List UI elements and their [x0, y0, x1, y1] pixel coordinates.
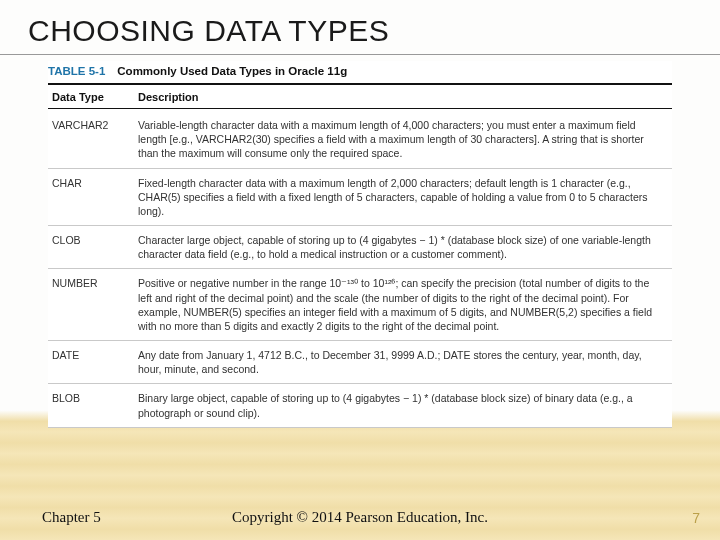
header-description: Description: [134, 85, 672, 109]
table-number: TABLE 5-1: [48, 65, 105, 77]
cell-data-type: DATE: [48, 341, 134, 384]
cell-data-type: NUMBER: [48, 269, 134, 341]
cell-data-type: BLOB: [48, 384, 134, 427]
cell-data-type: CLOB: [48, 226, 134, 269]
cell-description: Binary large object, capable of storing …: [134, 384, 672, 427]
slide-title: CHOOSING DATA TYPES: [0, 0, 720, 55]
table-title: Commonly Used Data Types in Oracle 11g: [117, 65, 347, 77]
cell-description: Positive or negative number in the range…: [134, 269, 672, 341]
cell-description: Any date from January 1, 4712 B.C., to D…: [134, 341, 672, 384]
data-types-table: Data Type Description VARCHAR2 Variable-…: [48, 85, 672, 428]
cell-data-type: CHAR: [48, 168, 134, 226]
cell-description: Character large object, capable of stori…: [134, 226, 672, 269]
table-row: VARCHAR2 Variable-length character data …: [48, 109, 672, 169]
cell-description: Fixed-length character data with a maxim…: [134, 168, 672, 226]
cell-data-type: VARCHAR2: [48, 109, 134, 169]
table-row: NUMBER Positive or negative number in th…: [48, 269, 672, 341]
table-caption: TABLE 5-1 Commonly Used Data Types in Or…: [48, 61, 672, 85]
footer-page-number: 7: [692, 510, 700, 526]
table-row: DATE Any date from January 1, 4712 B.C.,…: [48, 341, 672, 384]
data-types-table-container: TABLE 5-1 Commonly Used Data Types in Or…: [48, 61, 672, 428]
table-header-row: Data Type Description: [48, 85, 672, 109]
footer-copyright: Copyright © 2014 Pearson Education, Inc.: [0, 509, 720, 526]
table-row: CHAR Fixed-length character data with a …: [48, 168, 672, 226]
cell-description: Variable-length character data with a ma…: [134, 109, 672, 169]
table-row: BLOB Binary large object, capable of sto…: [48, 384, 672, 427]
slide-footer: Chapter 5 Copyright © 2014 Pearson Educa…: [0, 509, 720, 526]
header-data-type: Data Type: [48, 85, 134, 109]
table-row: CLOB Character large object, capable of …: [48, 226, 672, 269]
footer-chapter: Chapter 5: [42, 509, 101, 526]
